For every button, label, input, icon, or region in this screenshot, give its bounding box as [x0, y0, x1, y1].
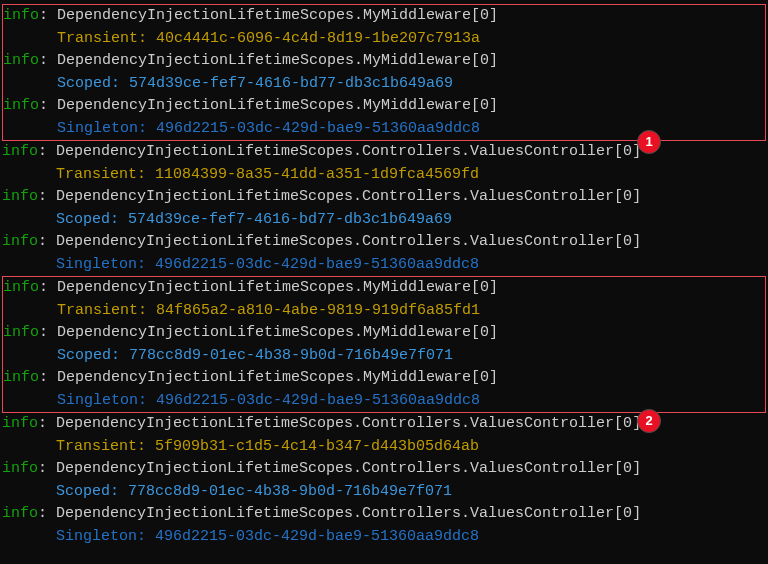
log-line: info: DependencyInjectionLifetimeScopes.…	[2, 458, 766, 481]
log-source: DependencyInjectionLifetimeScopes.Contro…	[56, 413, 641, 436]
lifetime-label: Transient:	[56, 166, 146, 183]
log-level: info	[2, 458, 38, 481]
colon: :	[39, 5, 57, 28]
lifetime-label: Singleton:	[56, 256, 146, 273]
log-source: DependencyInjectionLifetimeScopes.Contro…	[56, 141, 641, 164]
log-block-middleware-2: info: DependencyInjectionLifetimeScopes.…	[2, 276, 766, 413]
log-level: info	[3, 277, 39, 300]
log-detail: Scoped: 778cc8d9-01ec-4b38-9b0d-716b49e7…	[2, 481, 766, 504]
lifetime-label: Singleton:	[57, 392, 147, 409]
log-line: info: DependencyInjectionLifetimeScopes.…	[3, 322, 765, 345]
log-source: DependencyInjectionLifetimeScopes.MyMidd…	[57, 95, 498, 118]
log-detail: Transient: 84f865a2-a810-4abe-9819-919df…	[3, 300, 765, 323]
guid: 5f909b31-c1d5-4c14-b347-d443b05d64ab	[155, 438, 479, 455]
guid: 84f865a2-a810-4abe-9819-919df6a85fd1	[156, 302, 480, 319]
log-source: DependencyInjectionLifetimeScopes.MyMidd…	[57, 322, 498, 345]
log-source: DependencyInjectionLifetimeScopes.MyMidd…	[57, 50, 498, 73]
log-line: info: DependencyInjectionLifetimeScopes.…	[2, 503, 766, 526]
guid: 778cc8d9-01ec-4b38-9b0d-716b49e7f071	[128, 483, 452, 500]
log-line: info: DependencyInjectionLifetimeScopes.…	[3, 5, 765, 28]
log-line: info: DependencyInjectionLifetimeScopes.…	[3, 50, 765, 73]
log-level: info	[3, 50, 39, 73]
log-level: info	[2, 231, 38, 254]
log-detail: Transient: 40c4441c-6096-4c4d-8d19-1be20…	[3, 28, 765, 51]
log-level: info	[2, 186, 38, 209]
guid: 574d39ce-fef7-4616-bd77-db3c1b649a69	[128, 211, 452, 228]
lifetime-label: Singleton:	[57, 120, 147, 137]
log-source: DependencyInjectionLifetimeScopes.Contro…	[56, 186, 641, 209]
guid: 11084399-8a35-41dd-a351-1d9fca4569fd	[155, 166, 479, 183]
log-source: DependencyInjectionLifetimeScopes.MyMidd…	[57, 277, 498, 300]
log-detail: Singleton: 496d2215-03dc-429d-bae9-51360…	[2, 526, 766, 549]
lifetime-label: Transient:	[56, 438, 146, 455]
guid: 496d2215-03dc-429d-bae9-51360aa9ddc8	[156, 120, 480, 137]
log-line: info: DependencyInjectionLifetimeScopes.…	[2, 231, 766, 254]
lifetime-label: Scoped:	[57, 75, 120, 92]
log-line: info: DependencyInjectionLifetimeScopes.…	[3, 95, 765, 118]
guid: 496d2215-03dc-429d-bae9-51360aa9ddc8	[155, 528, 479, 545]
log-source: DependencyInjectionLifetimeScopes.Contro…	[56, 503, 641, 526]
log-block-controller-1: info: DependencyInjectionLifetimeScopes.…	[2, 141, 766, 276]
log-source: DependencyInjectionLifetimeScopes.MyMidd…	[57, 5, 498, 28]
guid: 40c4441c-6096-4c4d-8d19-1be207c7913a	[156, 30, 480, 47]
lifetime-label: Singleton:	[56, 528, 146, 545]
guid: 778cc8d9-01ec-4b38-9b0d-716b49e7f071	[129, 347, 453, 364]
log-line: info: DependencyInjectionLifetimeScopes.…	[3, 277, 765, 300]
log-detail: Scoped: 574d39ce-fef7-4616-bd77-db3c1b64…	[2, 209, 766, 232]
log-detail: Transient: 11084399-8a35-41dd-a351-1d9fc…	[2, 164, 766, 187]
log-line: info: DependencyInjectionLifetimeScopes.…	[3, 367, 765, 390]
log-detail: Scoped: 574d39ce-fef7-4616-bd77-db3c1b64…	[3, 73, 765, 96]
guid: 574d39ce-fef7-4616-bd77-db3c1b649a69	[129, 75, 453, 92]
log-block-middleware-1: info: DependencyInjectionLifetimeScopes.…	[2, 4, 766, 141]
log-level: info	[3, 95, 39, 118]
log-level: info	[3, 5, 39, 28]
log-level: info	[3, 367, 39, 390]
log-level: info	[2, 503, 38, 526]
guid: 496d2215-03dc-429d-bae9-51360aa9ddc8	[156, 392, 480, 409]
lifetime-label: Scoped:	[56, 483, 119, 500]
lifetime-label: Transient:	[57, 30, 147, 47]
log-level: info	[2, 413, 38, 436]
lifetime-label: Scoped:	[57, 347, 120, 364]
log-block-controller-2: info: DependencyInjectionLifetimeScopes.…	[2, 413, 766, 548]
annotation-badge-2: 2	[637, 409, 661, 433]
log-detail: Singleton: 496d2215-03dc-429d-bae9-51360…	[2, 254, 766, 277]
log-level: info	[2, 141, 38, 164]
lifetime-label: Scoped:	[56, 211, 119, 228]
log-source: DependencyInjectionLifetimeScopes.Contro…	[56, 458, 641, 481]
log-source: DependencyInjectionLifetimeScopes.MyMidd…	[57, 367, 498, 390]
log-detail: Transient: 5f909b31-c1d5-4c14-b347-d443b…	[2, 436, 766, 459]
lifetime-label: Transient:	[57, 302, 147, 319]
guid: 496d2215-03dc-429d-bae9-51360aa9ddc8	[155, 256, 479, 273]
log-detail: Scoped: 778cc8d9-01ec-4b38-9b0d-716b49e7…	[3, 345, 765, 368]
log-line: info: DependencyInjectionLifetimeScopes.…	[2, 186, 766, 209]
log-source: DependencyInjectionLifetimeScopes.Contro…	[56, 231, 641, 254]
annotation-badge-1: 1	[637, 130, 661, 154]
log-level: info	[3, 322, 39, 345]
